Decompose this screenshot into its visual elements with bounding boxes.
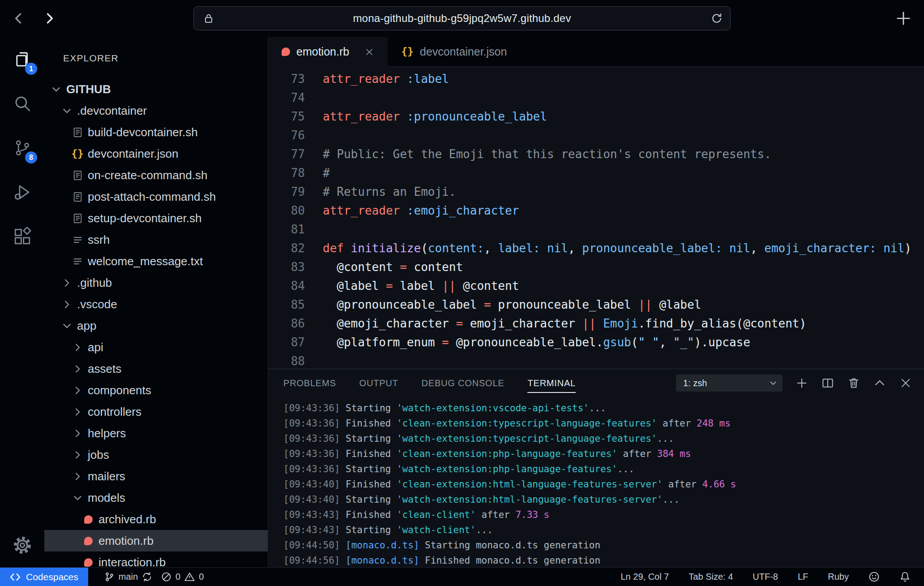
code-line[interactable]: 85 @pronounceable_label = pronounceable_… bbox=[268, 295, 924, 314]
search-icon[interactable] bbox=[0, 81, 44, 125]
tree-item-helpers[interactable]: helpers bbox=[44, 422, 268, 444]
panel-tab-problems[interactable]: PROBLEMS bbox=[283, 369, 336, 397]
new-tab-button[interactable] bbox=[894, 9, 912, 27]
line-number: 85 bbox=[268, 295, 305, 314]
tree-item-github[interactable]: .github bbox=[44, 272, 268, 293]
terminal-shell-select[interactable]: 1: zsh bbox=[676, 375, 783, 392]
problems-indicator[interactable]: 0 0 bbox=[161, 572, 204, 582]
tree-item-mailers[interactable]: mailers bbox=[44, 465, 268, 487]
code-line[interactable]: 74 bbox=[268, 88, 924, 107]
terminal-line: [09:43:36] Starting 'watch-extension:php… bbox=[283, 461, 924, 477]
tab-emotion-rb[interactable]: emotion.rb bbox=[268, 37, 388, 67]
code-line[interactable]: 80attr_reader :emoji_character bbox=[268, 201, 924, 220]
close-panel-button[interactable] bbox=[899, 376, 912, 390]
code-line[interactable]: 87 @platform_enum = @pronounceable_label… bbox=[268, 333, 924, 352]
forward-button[interactable] bbox=[40, 9, 58, 27]
kill-terminal-button[interactable] bbox=[847, 376, 860, 390]
code-line[interactable]: 77# Public: Get the Emoji that this reac… bbox=[268, 145, 924, 164]
panel-tab-debug-console[interactable]: DEBUG CONSOLE bbox=[422, 369, 505, 397]
tree-item-vscode[interactable]: .vscode bbox=[44, 293, 268, 315]
code-editor[interactable]: 73attr_reader :label7475attr_reader :pro… bbox=[268, 67, 924, 369]
tree-item-assets[interactable]: assets bbox=[44, 358, 268, 379]
tree-item-app[interactable]: app bbox=[44, 315, 268, 336]
terminal-line: [09:43:36] Starting 'watch-extension:vsc… bbox=[283, 401, 924, 416]
tab-label: devcontainer.json bbox=[420, 45, 507, 58]
code-line[interactable]: 75attr_reader :pronounceable_label bbox=[268, 107, 924, 126]
tree-item-devcontainer-json[interactable]: {}devcontainer.json bbox=[44, 143, 268, 164]
code-text: def initialize(content:, label: nil, pro… bbox=[305, 239, 911, 258]
settings-gear-icon[interactable] bbox=[0, 523, 44, 567]
back-button[interactable] bbox=[10, 9, 28, 27]
feedback-smiley-icon[interactable] bbox=[868, 571, 880, 582]
maximize-panel-button[interactable] bbox=[873, 376, 886, 390]
code-line[interactable]: 88 bbox=[268, 352, 924, 369]
tree-item-interaction-rb[interactable]: interaction.rb bbox=[44, 552, 268, 567]
extensions-icon[interactable] bbox=[0, 214, 44, 259]
tree-item-setup-devcontainer-sh[interactable]: setup-devcontainer.sh bbox=[44, 207, 268, 229]
url-bar[interactable]: mona-github-github-g59jpq2w5w7.github.de… bbox=[193, 6, 731, 30]
code-line[interactable]: 82def initialize(content:, label: nil, p… bbox=[268, 239, 924, 258]
tree-item-components[interactable]: components bbox=[44, 379, 268, 401]
close-tab-icon[interactable] bbox=[364, 47, 374, 57]
code-line[interactable]: 79# Returns an Emoji. bbox=[268, 182, 924, 201]
code-line[interactable]: 73attr_reader :label bbox=[268, 69, 924, 88]
activity-badge: 8 bbox=[25, 151, 37, 164]
tree-item-devcontainer[interactable]: .devcontainer bbox=[44, 100, 268, 121]
run-debug-icon[interactable] bbox=[0, 170, 44, 214]
file-tree: GITHUB.devcontainerbuild-devcontainer.sh… bbox=[44, 78, 268, 567]
tree-item-label: ssrh bbox=[88, 233, 110, 247]
tree-item-ssrh[interactable]: ssrh bbox=[44, 229, 268, 250]
terminal-line: [09:43:36] Starting 'watch-extension:typ… bbox=[283, 431, 924, 446]
lock-icon[interactable] bbox=[203, 13, 214, 24]
tree-item-welcome-message-txt[interactable]: welcome_message.txt bbox=[44, 250, 268, 272]
tree-item-label: app bbox=[77, 319, 96, 333]
new-terminal-button[interactable] bbox=[795, 376, 808, 390]
code-line[interactable]: 78# bbox=[268, 164, 924, 182]
terminal-output[interactable]: [09:43:36] Starting 'watch-extension:vsc… bbox=[268, 397, 924, 567]
terminal-line: [09:43:43] Finished 'clean-client' after… bbox=[283, 507, 924, 522]
source-control-icon[interactable]: 8 bbox=[0, 125, 44, 170]
error-icon bbox=[161, 572, 171, 582]
notifications-bell-icon[interactable] bbox=[899, 571, 911, 582]
tree-item-emotion-rb[interactable]: emotion.rb bbox=[44, 530, 268, 552]
code-line[interactable]: 84 @label = label || @content bbox=[268, 276, 924, 295]
branch-indicator[interactable]: main bbox=[104, 572, 152, 582]
language-indicator[interactable]: Ruby bbox=[828, 572, 849, 582]
tree-item-on-create-command-sh[interactable]: on-create-command.sh bbox=[44, 164, 268, 186]
tree-item-jobs[interactable]: jobs bbox=[44, 444, 268, 465]
tree-item-github[interactable]: GITHUB bbox=[44, 78, 268, 100]
chevron-right-icon bbox=[69, 449, 86, 461]
tree-item-build-devcontainer-sh[interactable]: build-devcontainer.sh bbox=[44, 121, 268, 143]
tree-item-archived-rb[interactable]: archived.rb bbox=[44, 508, 268, 530]
code-line[interactable]: 81 bbox=[268, 220, 924, 239]
line-number: 77 bbox=[268, 145, 305, 164]
tree-item-label: jobs bbox=[88, 448, 109, 462]
codespaces-button[interactable]: Codespaces bbox=[0, 568, 88, 586]
tab-size-indicator[interactable]: Tab Size: 4 bbox=[689, 572, 733, 582]
encoding-indicator[interactable]: UTF-8 bbox=[753, 572, 778, 582]
code-line[interactable]: 83 @content = content bbox=[268, 258, 924, 276]
line-number: 86 bbox=[268, 314, 305, 333]
chevron-down-icon bbox=[59, 105, 75, 116]
tab-devcontainer-json[interactable]: {}devcontainer.json bbox=[388, 37, 520, 66]
chevron-right-icon bbox=[69, 428, 86, 439]
tree-item-label: models bbox=[88, 491, 125, 505]
workbench: 18 EXPLORER GITHUB.devcontainerbuild-dev… bbox=[0, 37, 924, 567]
split-terminal-button[interactable] bbox=[821, 376, 834, 390]
tree-item-post-attach-command-sh[interactable]: post-attach-command.sh bbox=[44, 186, 268, 207]
code-line[interactable]: 86 @emoji_character = emoji_character ||… bbox=[268, 314, 924, 333]
panel-tab-terminal[interactable]: TERMINAL bbox=[527, 369, 576, 397]
panel-tab-output[interactable]: OUTPUT bbox=[359, 369, 398, 397]
line-number: 78 bbox=[268, 164, 305, 182]
tree-item-label: GITHUB bbox=[66, 82, 111, 96]
tree-item-models[interactable]: models bbox=[44, 487, 268, 508]
tab-label: emotion.rb bbox=[296, 45, 349, 58]
tree-item-controllers[interactable]: controllers bbox=[44, 401, 268, 422]
cursor-position[interactable]: Ln 29, Col 7 bbox=[620, 572, 669, 582]
code-line[interactable]: 76 bbox=[268, 126, 924, 145]
refresh-icon[interactable] bbox=[710, 12, 723, 25]
tree-item-api[interactable]: api bbox=[44, 336, 268, 358]
explorer-icon[interactable]: 1 bbox=[0, 37, 44, 81]
eol-indicator[interactable]: LF bbox=[798, 572, 808, 582]
code-text: attr_reader :emoji_character bbox=[305, 201, 519, 220]
